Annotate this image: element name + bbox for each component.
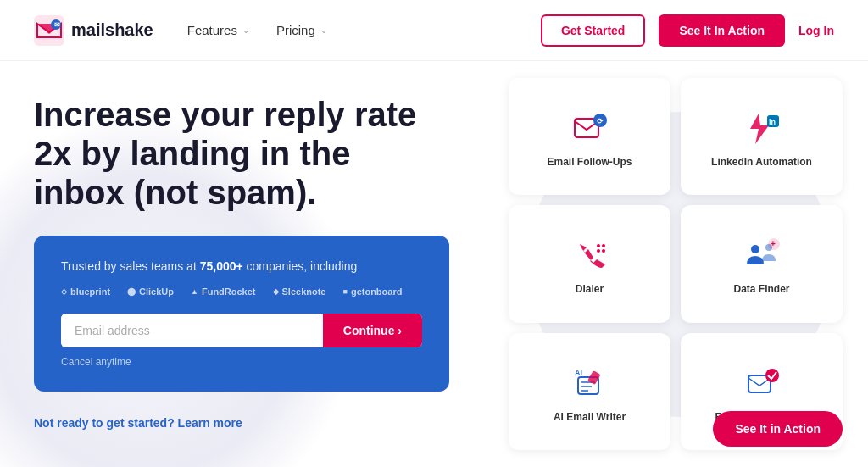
- svg-point-15: [751, 245, 760, 253]
- svg-text:+: +: [771, 239, 776, 248]
- feature-label-ai-writer: AI Email Writer: [554, 411, 626, 423]
- chevron-down-icon: ⌄: [242, 25, 249, 35]
- continue-button[interactable]: Continue ›: [323, 314, 422, 347]
- login-button[interactable]: Log In: [798, 24, 834, 37]
- svg-point-14: [602, 249, 605, 253]
- data-finder-icon: +: [742, 236, 782, 276]
- logo-text: mailshake: [71, 20, 153, 40]
- navbar: ✉ mailshake Features ⌄ Pricing ⌄ Get Sta…: [0, 0, 868, 61]
- nav-item-features[interactable]: Features ⌄: [187, 23, 249, 37]
- nav-actions: Get Started See It In Action Log In: [541, 14, 834, 47]
- dialer-icon: [570, 236, 610, 276]
- not-ready-section: Not ready to get started? Learn more: [34, 415, 458, 431]
- learn-more-link[interactable]: Not ready to get started? Learn more: [34, 416, 242, 430]
- cta-box: Trusted by sales teams at 75,000+ compan…: [34, 236, 449, 392]
- feature-label-data-finder: Data Finder: [733, 283, 789, 295]
- floating-see-action-button[interactable]: See It in Action: [713, 411, 843, 447]
- svg-point-12: [602, 244, 605, 247]
- feature-card-ai-writer[interactable]: AI AI Email Writer: [509, 333, 670, 450]
- company-logo-clickup: ⬤ ClickUp: [127, 286, 174, 297]
- feature-label-linkedin: LinkedIn Automation: [711, 156, 812, 168]
- deliverability-icon: [742, 364, 782, 404]
- logo-icon: ✉: [34, 15, 64, 46]
- svg-text:in: in: [769, 118, 776, 126]
- nav-links: Features ⌄ Pricing ⌄: [187, 23, 541, 37]
- svg-marker-8: [750, 114, 769, 144]
- email-input[interactable]: [61, 314, 323, 347]
- see-it-in-action-button[interactable]: See It In Action: [659, 14, 785, 47]
- svg-point-26: [765, 369, 779, 382]
- svg-point-13: [597, 249, 600, 253]
- company-logos: ◇ blueprint ⬤ ClickUp ▲ FundRocket ◆ Sle…: [61, 286, 422, 297]
- svg-point-11: [597, 244, 600, 247]
- feature-label-dialer: Dialer: [576, 283, 604, 295]
- left-panel: Increase your reply rate 2x by landing i…: [0, 61, 492, 467]
- trusted-text: Trusted by sales teams at 75,000+ compan…: [61, 259, 422, 273]
- feature-card-dialer[interactable]: Dialer: [509, 205, 670, 322]
- linkedin-icon: in: [742, 108, 782, 149]
- cancel-text: Cancel anytime: [61, 356, 422, 368]
- company-logo-sleeknote: ◆ Sleeknote: [273, 286, 326, 297]
- logo[interactable]: ✉ mailshake: [34, 15, 153, 46]
- company-logo-fundrocket: ▲ FundRocket: [191, 286, 255, 297]
- svg-text:✉: ✉: [54, 21, 60, 29]
- right-panel: ⟳ Email Follow-Ups in LinkedIn Automatio…: [492, 61, 868, 467]
- feature-card-email-followups[interactable]: ⟳ Email Follow-Ups: [509, 78, 670, 195]
- email-followup-icon: ⟳: [570, 108, 610, 149]
- feature-card-data-finder[interactable]: + Data Finder: [681, 205, 843, 322]
- get-started-button[interactable]: Get Started: [541, 14, 645, 47]
- svg-text:⟳: ⟳: [597, 117, 604, 125]
- svg-text:AI: AI: [575, 369, 582, 377]
- email-form: Continue ›: [61, 314, 422, 347]
- main-content: Increase your reply rate 2x by landing i…: [0, 61, 868, 467]
- nav-item-pricing[interactable]: Pricing ⌄: [276, 23, 327, 37]
- ai-writer-icon: AI: [570, 364, 610, 404]
- chevron-down-icon: ⌄: [320, 25, 327, 35]
- hero-headline: Increase your reply rate 2x by landing i…: [34, 95, 441, 212]
- feature-label-email-followups: Email Follow-Ups: [547, 156, 632, 168]
- company-logo-getonboard: ■ getonboard: [342, 286, 402, 297]
- feature-card-linkedin[interactable]: in LinkedIn Automation: [681, 78, 843, 195]
- company-logo-blueprint: ◇ blueprint: [61, 286, 110, 297]
